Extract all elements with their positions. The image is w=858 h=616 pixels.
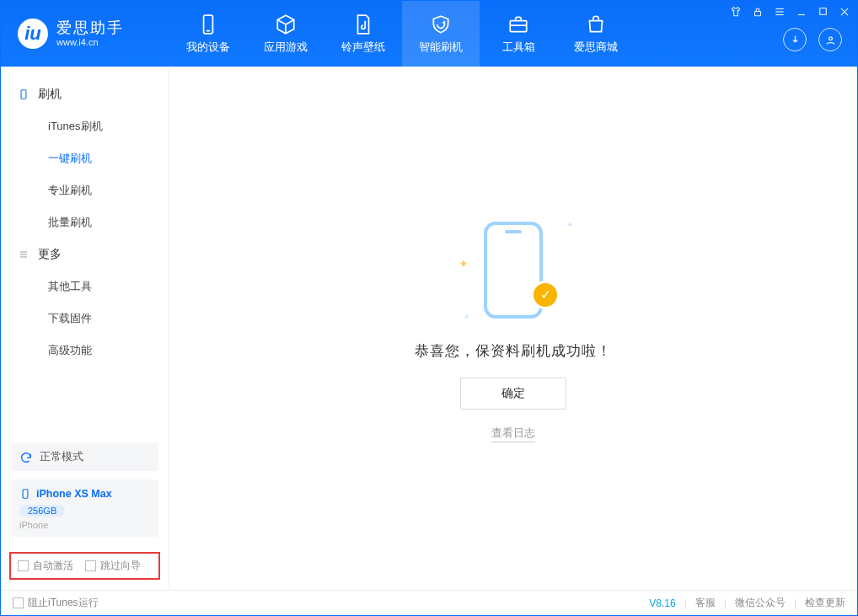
device-icon	[197, 13, 219, 35]
nav-tab-label: 爱思商城	[574, 40, 618, 55]
cube-icon	[275, 13, 297, 35]
device-name: iPhone XS Max	[36, 488, 112, 500]
app-name-en: www.i4.cn	[56, 37, 124, 48]
check-update-link[interactable]: 检查更新	[805, 596, 845, 610]
main-content: ✦ ✦ ✦ ✓ 恭喜您，保资料刷机成功啦！ 确定 查看日志	[169, 67, 857, 590]
sparkle-icon: ✦	[458, 257, 469, 271]
svg-point-11	[829, 36, 832, 40]
sidebar-item-itunes-flash[interactable]: iTunes刷机	[1, 110, 169, 142]
sidebar-group-more: 更多	[1, 238, 169, 271]
version-label: V8.16	[649, 597, 675, 609]
check-badge-icon: ✓	[531, 281, 560, 309]
device-mode-label: 正常模式	[40, 450, 83, 464]
svg-rect-16	[23, 490, 28, 499]
nav-tab-label: 应用游戏	[264, 40, 308, 55]
phone-icon	[18, 88, 29, 100]
download-button[interactable]	[783, 28, 807, 51]
checkbox-icon	[13, 597, 24, 608]
sidebar-group-flash: 刷机	[1, 78, 169, 110]
sparkle-icon: ✦	[566, 220, 573, 229]
sidebar-item-other-tools[interactable]: 其他工具	[1, 271, 169, 303]
logo-icon: iu	[18, 19, 48, 49]
checkbox-icon	[18, 560, 29, 571]
sparkle-icon: ✦	[464, 313, 470, 321]
checkbox-block-itunes[interactable]: 阻止iTunes运行	[13, 596, 99, 610]
menu-icon[interactable]	[774, 6, 786, 20]
svg-rect-3	[755, 11, 761, 15]
sidebar-item-batch-flash[interactable]: 批量刷机	[1, 206, 169, 238]
status-right: V8.16 | 客服 | 微信公众号 | 检查更新	[649, 596, 845, 610]
device-name-row: iPhone XS Max	[19, 488, 150, 500]
refresh-shield-icon	[430, 13, 452, 35]
nav-tab-label: 铃声壁纸	[341, 40, 385, 55]
sidebar-item-advanced[interactable]: 高级功能	[1, 335, 169, 367]
nav-tab-apps[interactable]: 应用游戏	[247, 1, 324, 67]
window-controls	[730, 6, 850, 20]
nav-tab-toolbox[interactable]: 工具箱	[480, 1, 557, 67]
nav-tab-my-device[interactable]: 我的设备	[169, 1, 247, 67]
svg-rect-12	[21, 90, 26, 99]
nav-tab-ringtones[interactable]: 铃声壁纸	[324, 1, 402, 67]
music-file-icon	[352, 13, 374, 35]
sync-icon	[19, 451, 33, 464]
logo-area: iu 爱思助手 www.i4.cn	[1, 1, 169, 67]
device-type: iPhone	[19, 520, 150, 530]
svg-rect-2	[510, 20, 527, 31]
device-card[interactable]: iPhone XS Max 256GB iPhone	[11, 479, 158, 537]
tshirt-icon[interactable]	[730, 6, 742, 20]
ok-button[interactable]: 确定	[460, 378, 566, 410]
view-log-link[interactable]: 查看日志	[491, 426, 535, 442]
nav-tab-store[interactable]: 爱思商城	[557, 1, 635, 67]
nav-tab-label: 智能刷机	[419, 40, 463, 55]
app-name-cn: 爱思助手	[56, 19, 124, 37]
toolbox-icon	[507, 13, 529, 35]
nav-tab-label: 工具箱	[502, 40, 535, 55]
wechat-link[interactable]: 微信公众号	[735, 596, 786, 610]
sidebar-item-download-firmware[interactable]: 下载固件	[1, 303, 169, 335]
svg-rect-8	[820, 8, 827, 15]
device-mode-box[interactable]: 正常模式	[11, 443, 158, 471]
sidebar-item-pro-flash[interactable]: 专业刷机	[1, 174, 169, 206]
device-capacity: 256GB	[19, 505, 65, 517]
sidebar-item-oneclick-flash[interactable]: 一键刷机	[1, 142, 169, 174]
logo-text: 爱思助手 www.i4.cn	[56, 19, 124, 47]
checkbox-icon	[85, 560, 96, 571]
lock-icon[interactable]	[752, 6, 764, 20]
status-bar: 阻止iTunes运行 V8.16 | 客服 | 微信公众号 | 检查更新	[1, 590, 857, 615]
list-icon	[18, 249, 29, 260]
minimize-button[interactable]	[796, 6, 807, 20]
maximize-button[interactable]	[818, 6, 829, 20]
titlebar: iu 爱思助手 www.i4.cn 我的设备 应用游戏 铃声壁纸 智能刷机	[1, 1, 857, 67]
success-illustration: ✦ ✦ ✦ ✓	[458, 215, 568, 324]
status-left: 阻止iTunes运行	[13, 596, 99, 610]
nav-tab-label: 我的设备	[186, 40, 230, 55]
app-body: 刷机 iTunes刷机 一键刷机 专业刷机 批量刷机 更多 其他工具 下载固件 …	[1, 67, 857, 590]
phone-icon	[19, 488, 31, 500]
sidebar: 刷机 iTunes刷机 一键刷机 专业刷机 批量刷机 更多 其他工具 下载固件 …	[1, 67, 169, 590]
support-link[interactable]: 客服	[695, 596, 716, 610]
close-button[interactable]	[839, 6, 850, 20]
bag-icon	[585, 13, 607, 35]
app-window: iu 爱思助手 www.i4.cn 我的设备 应用游戏 铃声壁纸 智能刷机	[0, 0, 858, 616]
account-button[interactable]	[818, 28, 842, 51]
nav-tab-smart-flash[interactable]: 智能刷机	[402, 1, 480, 67]
options-row-highlight: 自动激活 跳过向导	[9, 552, 160, 580]
titlebar-round-buttons	[783, 28, 842, 51]
checkbox-skip-guide[interactable]: 跳过向导	[85, 559, 141, 573]
checkbox-auto-activate[interactable]: 自动激活	[18, 559, 73, 573]
success-message: 恭喜您，保资料刷机成功啦！	[415, 341, 612, 361]
